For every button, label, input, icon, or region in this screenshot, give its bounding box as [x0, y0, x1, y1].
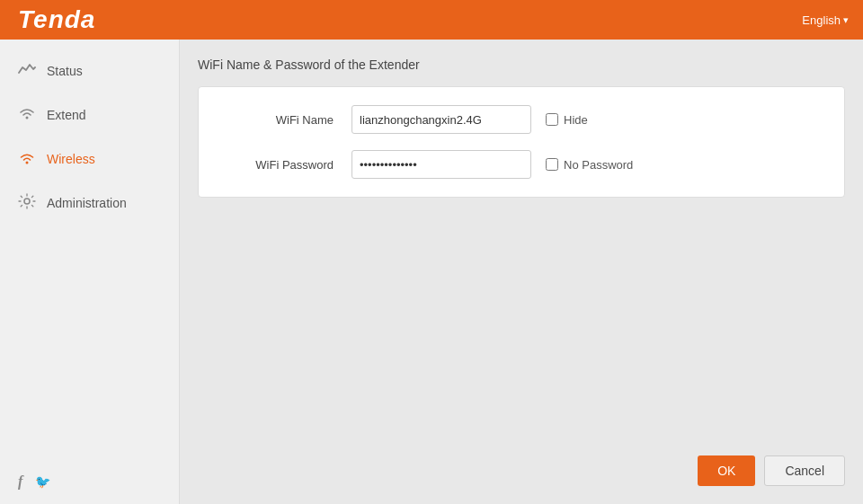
hide-label: Hide: [564, 113, 588, 127]
sidebar-item-extend-label: Extend: [47, 108, 86, 122]
wifi-password-row: WiFi Password No Password: [226, 150, 817, 179]
content-area: WiFi Name & Password of the Extender WiF…: [198, 57, 845, 447]
sidebar-nav: Status Extend: [0, 49, 179, 225]
main-content: WiFi Name & Password of the Extender WiF…: [180, 40, 863, 504]
extend-icon: [18, 105, 36, 124]
wifi-name-row: WiFi Name Hide: [226, 105, 817, 134]
wifi-name-label: WiFi Name: [226, 113, 351, 127]
svg-point-1: [26, 162, 29, 164]
ok-button[interactable]: OK: [698, 455, 755, 486]
svg-point-0: [26, 117, 29, 119]
sidebar-item-wireless[interactable]: Wireless: [0, 137, 179, 181]
sidebar-item-administration[interactable]: Administration: [0, 181, 179, 225]
hide-checkbox[interactable]: [546, 113, 558, 126]
section-title: WiFi Name & Password of the Extender: [198, 57, 845, 72]
wifi-name-input[interactable]: [351, 105, 531, 134]
form-card: WiFi Name Hide WiFi Password No Password: [198, 86, 845, 198]
sidebar-item-status-label: Status: [47, 64, 83, 78]
no-password-label: No Password: [564, 158, 633, 172]
no-password-checkbox-group: No Password: [546, 158, 633, 172]
status-icon: [18, 61, 36, 80]
admin-icon: [18, 193, 36, 212]
wifi-password-label: WiFi Password: [226, 158, 351, 172]
facebook-icon[interactable]: f: [18, 473, 22, 490]
wireless-icon: [18, 149, 36, 168]
sidebar-item-wireless-label: Wireless: [47, 152, 95, 166]
svg-point-2: [24, 199, 30, 204]
twitter-icon[interactable]: 🐦: [35, 474, 50, 489]
sidebar-footer: f 🐦: [0, 459, 179, 504]
logo: Tenda: [18, 5, 95, 34]
footer-buttons: OK Cancel: [198, 447, 845, 486]
sidebar: Status Extend: [0, 40, 180, 504]
no-password-checkbox[interactable]: [546, 158, 558, 171]
header: Tenda English: [0, 0, 863, 40]
language-selector[interactable]: English: [802, 13, 849, 27]
layout: Status Extend: [0, 40, 863, 504]
sidebar-item-status[interactable]: Status: [0, 49, 179, 93]
sidebar-item-extend[interactable]: Extend: [0, 93, 179, 137]
hide-checkbox-group: Hide: [546, 113, 588, 127]
sidebar-item-administration-label: Administration: [47, 196, 127, 210]
cancel-button[interactable]: Cancel: [764, 455, 845, 486]
wifi-password-input[interactable]: [351, 150, 531, 179]
